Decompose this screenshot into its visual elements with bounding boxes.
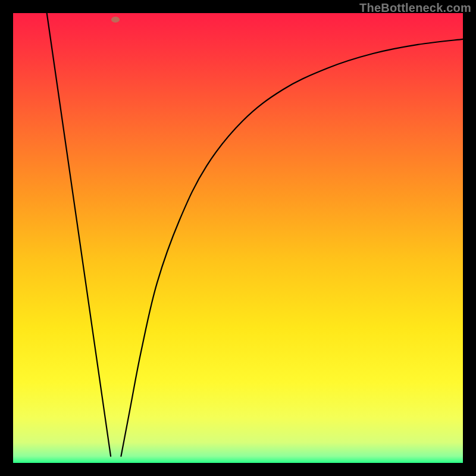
plot-area xyxy=(13,13,463,463)
attribution-text: TheBottleneck.com xyxy=(359,1,471,15)
bottleneck-curve xyxy=(13,13,463,463)
chart-frame: TheBottleneck.com xyxy=(0,0,476,476)
minimum-marker xyxy=(111,17,120,23)
